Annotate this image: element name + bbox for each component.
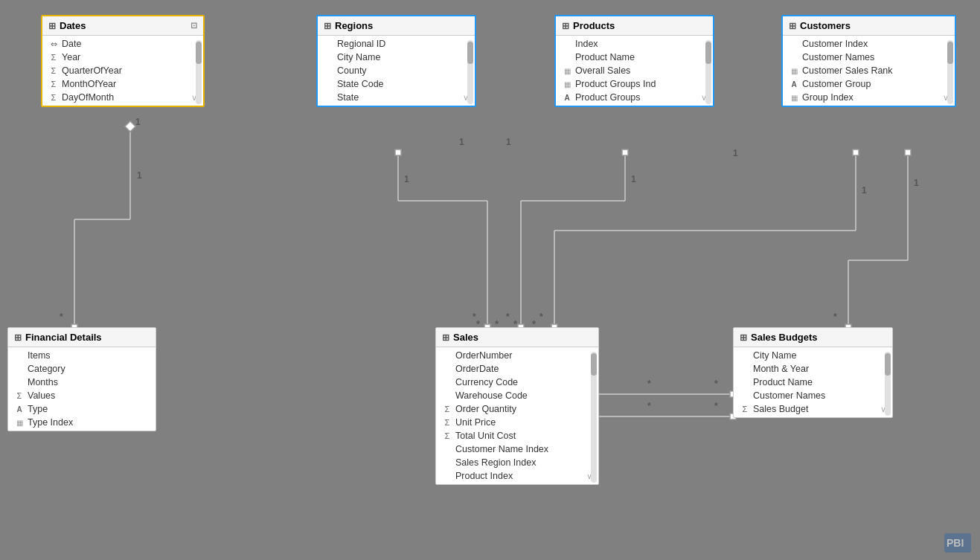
table-row: Σ MonthOfYear [42,77,203,91]
svg-rect-3 [125,121,135,132]
field-name: State [337,92,359,103]
table-row: Items [8,349,156,362]
products-table-body: Index Product Name ▦ Overall Sales ▦ Pro… [556,36,713,106]
sales-budgets-table[interactable]: ⊞ Sales Budgets City Name Month & Year P… [733,327,893,418]
scrollbar[interactable] [591,352,597,483]
table-row: OrderNumber [436,349,598,362]
diagram-canvas: 1 * 1 * 1 * 1 * * * * [0,0,980,560]
table-row: City Name [318,51,475,64]
table-row: Σ QuarterOfYear [42,64,203,77]
sum-icon: Σ [740,405,750,413]
table-row: State ∨ [318,91,475,104]
scrollbar-thumb[interactable] [705,42,711,64]
svg-text:1: 1 [733,148,738,158]
table-row: Category [8,362,156,376]
svg-text:*: * [539,312,543,322]
dates-table-body: ⇔ Date Σ Year Σ QuarterOfYear Σ MonthOfY… [42,36,203,106]
svg-rect-17 [622,149,628,155]
field-name: QuarterOfYear [62,65,122,76]
scrollbar[interactable] [885,352,891,416]
text-icon: A [789,80,799,88]
scrollbar[interactable] [467,40,473,104]
table-row: County [318,64,475,77]
scrollbar-thumb[interactable] [885,353,891,376]
calc-icon: ▦ [789,94,799,102]
field-name: State Code [337,79,384,89]
sales-budgets-table-title: Sales Budgets [751,332,818,343]
table-row: Σ Sales Budget ∨ [734,402,892,416]
table-icon: ⊞ [740,332,747,343]
table-icon: ⊞ [324,21,331,31]
svg-text:*: * [714,379,718,389]
scrollbar-thumb[interactable] [467,42,473,64]
table-row: Σ DayOfMonth ∨ [42,91,203,104]
table-row: Regional ID [318,37,475,51]
field-name: Sales Budget [753,404,808,414]
field-name: Group Index [802,92,854,103]
field-name: Category [28,364,65,374]
scrollbar[interactable] [947,40,953,104]
dates-table[interactable]: ⊞ Dates ⊡ ⇔ Date Σ Year Σ QuarterOfYear … [41,15,205,107]
svg-text:*: * [647,379,651,389]
svg-text:*: * [473,312,476,322]
field-name: Customer Names [802,52,874,62]
scrollbar[interactable] [196,40,202,104]
financial-details-table-title: Financial Details [25,332,102,343]
table-row: Customer Name Index [436,442,598,456]
svg-text:*: * [714,401,718,411]
field-name: OrderDate [455,364,499,374]
table-row: Customer Names [734,389,892,402]
field-name: Total Unit Cost [455,431,516,441]
field-name: Warehouse Code [455,390,528,401]
expand-icon[interactable]: ⊡ [190,21,197,30]
field-name: Customer Names [753,390,825,401]
products-table-title: Products [573,20,615,31]
sum-icon: Σ [48,66,59,75]
svg-text:PBI: PBI [947,537,964,549]
table-row: Customer Names [783,51,955,64]
products-table-header: ⊞ Products [556,16,713,36]
sales-table-header: ⊞ Sales [436,328,598,347]
regions-table[interactable]: ⊞ Regions Regional ID City Name County S… [316,15,476,107]
table-row: Σ Unit Price [436,416,598,429]
dates-table-header: ⊞ Dates ⊡ [42,16,203,36]
sales-table[interactable]: ⊞ Sales OrderNumber OrderDate Currency C… [435,327,599,485]
products-table[interactable]: ⊞ Products Index Product Name ▦ Overall … [554,15,714,107]
sales-table-title: Sales [453,332,478,343]
field-name: City Name [337,52,380,62]
svg-text:1: 1 [137,170,142,181]
field-name: OrderNumber [455,350,512,361]
scrollbar-thumb[interactable] [947,42,953,64]
text-icon: A [562,94,572,102]
table-row: ▦ Overall Sales [556,64,713,77]
field-name: Values [28,390,55,401]
field-name: Currency Code [455,377,518,387]
customers-table-title: Customers [800,20,851,31]
field-name: Items [28,350,51,361]
table-row: OrderDate [436,362,598,376]
table-row: State Code [318,77,475,91]
table-icon: ⊞ [14,332,22,343]
field-name: Product Index [455,471,513,481]
calc-icon: ▦ [789,67,799,75]
regions-table-title: Regions [335,20,373,31]
scrollbar-thumb[interactable] [591,353,597,376]
field-name: Regional ID [337,39,385,49]
scrollbar[interactable] [705,40,711,104]
table-row: Product Name [556,51,713,64]
table-row: A Product Groups ∨ [556,91,713,104]
customers-table[interactable]: ⊞ Customers Customer Index Customer Name… [781,15,956,107]
field-name: Product Name [575,52,635,62]
scrollbar-thumb[interactable] [196,42,202,64]
field-name: Customer Name Index [455,444,548,454]
financial-details-table-header: ⊞ Financial Details [8,328,156,347]
field-name: Product Groups [575,92,641,103]
financial-details-table[interactable]: ⊞ Financial Details Items Category Month… [7,327,156,431]
svg-rect-24 [853,149,859,155]
table-row: A Customer Group [783,77,955,91]
svg-text:*: * [60,312,63,322]
table-row: ▦ Group Index ∨ [783,91,955,104]
sum-icon: Σ [442,418,452,427]
key-icon: ⇔ [48,39,59,49]
customers-table-body: Customer Index Customer Names ▦ Customer… [783,36,955,106]
